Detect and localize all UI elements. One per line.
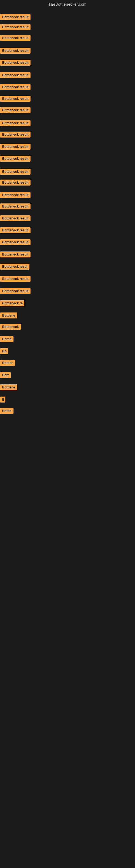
bottleneck-badge-28: Bottle <box>0 336 13 342</box>
bottleneck-badge-32: Bottlene <box>0 384 17 390</box>
bottleneck-result-item-20[interactable]: Bottleneck result <box>0 239 31 246</box>
bottleneck-result-item-23[interactable]: Bottleneck result <box>0 276 31 283</box>
bottleneck-result-item-22[interactable]: Bottleneck resul <box>0 264 30 271</box>
bottleneck-badge-1: Bottleneck result <box>0 14 31 20</box>
bottleneck-result-item-17[interactable]: Bottleneck result <box>0 204 31 211</box>
bottleneck-result-item-10[interactable]: Bottleneck result <box>0 120 31 127</box>
bottleneck-badge-17: Bottleneck result <box>0 204 31 209</box>
bottleneck-result-item-32[interactable]: Bottlene <box>0 384 17 392</box>
bottleneck-badge-12: Bottleneck result <box>0 144 31 150</box>
bottleneck-result-item-9[interactable]: Bottleneck result <box>0 107 31 114</box>
bottleneck-result-item-4[interactable]: Bottleneck result <box>0 48 31 55</box>
bottleneck-result-item-27[interactable]: Bottleneck <box>0 324 21 331</box>
bottleneck-badge-10: Bottleneck result <box>0 120 31 126</box>
bottleneck-badge-2: Bottleneck result <box>0 24 31 30</box>
bottleneck-result-item-21[interactable]: Bottleneck result <box>0 251 31 258</box>
bottleneck-result-item-2[interactable]: Bottleneck result <box>0 24 31 31</box>
bottleneck-result-item-33[interactable]: B <box>0 397 5 404</box>
bottleneck-badge-5: Bottleneck result <box>0 60 31 66</box>
bottleneck-badge-25: Bottleneck re <box>0 300 24 306</box>
bottleneck-badge-8: Bottleneck result <box>0 96 31 102</box>
bottleneck-badge-31: Bott <box>0 372 11 378</box>
bottleneck-badge-27: Bottleneck <box>0 324 21 330</box>
bottleneck-badge-24: Bottleneck result <box>0 288 31 294</box>
bottleneck-badge-23: Bottleneck result <box>0 276 31 282</box>
bottleneck-badge-3: Bottleneck result <box>0 35 31 41</box>
bottleneck-result-item-7[interactable]: Bottleneck result <box>0 84 31 91</box>
bottleneck-badge-16: Bottleneck result <box>0 192 31 198</box>
bottleneck-result-item-16[interactable]: Bottleneck result <box>0 192 31 199</box>
bottleneck-badge-30: Bottler <box>0 360 15 366</box>
bottleneck-badge-15: Bottleneck result <box>0 180 31 186</box>
bottleneck-result-item-24[interactable]: Bottleneck result <box>0 288 31 295</box>
bottleneck-result-item-15[interactable]: Bottleneck result <box>0 180 31 187</box>
bottleneck-badge-11: Bottleneck result <box>0 131 31 137</box>
bottleneck-badge-20: Bottleneck result <box>0 239 31 245</box>
bottleneck-badge-14: Bottleneck result <box>0 169 31 175</box>
bottleneck-badge-22: Bottleneck resul <box>0 264 30 270</box>
bottleneck-result-item-25[interactable]: Bottleneck re <box>0 300 24 307</box>
bottleneck-result-item-8[interactable]: Bottleneck result <box>0 96 31 103</box>
bottleneck-badge-29: Bo <box>0 348 8 354</box>
bottleneck-result-item-34[interactable]: Bottle <box>0 408 13 415</box>
bottleneck-badge-34: Bottle <box>0 408 13 414</box>
bottleneck-result-item-30[interactable]: Bottler <box>0 360 15 367</box>
bottleneck-result-item-3[interactable]: Bottleneck result <box>0 35 31 42</box>
bottleneck-badge-9: Bottleneck result <box>0 107 31 113</box>
bottleneck-result-item-14[interactable]: Bottleneck result <box>0 169 31 176</box>
bottleneck-result-item-26[interactable]: Bottlene <box>0 312 17 319</box>
bottleneck-result-item-29[interactable]: Bo <box>0 348 8 355</box>
bottleneck-badge-7: Bottleneck result <box>0 84 31 90</box>
bottleneck-badge-4: Bottleneck result <box>0 48 31 54</box>
bottleneck-result-item-28[interactable]: Bottle <box>0 336 13 343</box>
bottleneck-badge-26: Bottlene <box>0 312 17 318</box>
bottleneck-badge-19: Bottleneck result <box>0 227 31 233</box>
site-title: TheBottlenecker.com <box>0 0 135 9</box>
bottleneck-result-item-19[interactable]: Bottleneck result <box>0 227 31 235</box>
bottleneck-result-item-12[interactable]: Bottleneck result <box>0 144 31 151</box>
bottleneck-result-item-6[interactable]: Bottleneck result <box>0 72 31 79</box>
bottleneck-badge-33: B <box>0 397 5 403</box>
bottleneck-result-item-31[interactable]: Bott <box>0 372 11 379</box>
bottleneck-result-item-13[interactable]: Bottleneck result <box>0 156 31 163</box>
bottleneck-badge-13: Bottleneck result <box>0 156 31 162</box>
bottleneck-result-item-1[interactable]: Bottleneck result <box>0 14 31 21</box>
bottleneck-result-item-18[interactable]: Bottleneck result <box>0 215 31 222</box>
bottleneck-badge-21: Bottleneck result <box>0 251 31 257</box>
bottleneck-badge-18: Bottleneck result <box>0 215 31 221</box>
bottleneck-badge-6: Bottleneck result <box>0 72 31 78</box>
bottleneck-result-item-11[interactable]: Bottleneck result <box>0 131 31 138</box>
bottleneck-result-item-5[interactable]: Bottleneck result <box>0 60 31 67</box>
